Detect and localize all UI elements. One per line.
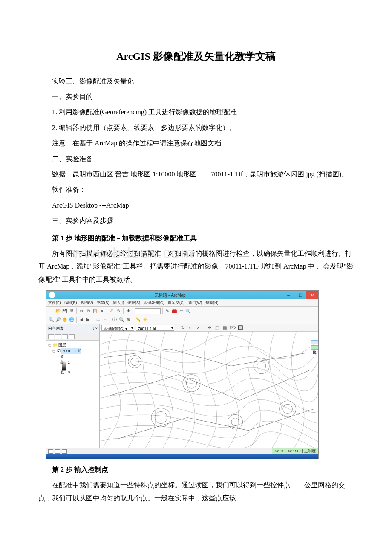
menu-customize[interactable]: 自定义(C) [168, 299, 185, 306]
zoom-out-icon[interactable]: 🔎 [55, 317, 61, 323]
menu-edit[interactable]: 编辑(E) [64, 299, 77, 306]
scale-icon[interactable]: ⤢ [195, 325, 201, 331]
app-icon [49, 292, 55, 298]
new-icon[interactable]: □ [48, 308, 54, 314]
paragraph: ArcGIS Desktop ---ArcMap [38, 199, 354, 212]
map-area: 地理配准(G) ▾ 70011-1.tif ↻ ↔ ⤢ ✛ ⬚ ▦ ⌦ 🔲 [100, 324, 318, 448]
search-tool-icon[interactable]: 🔍 [185, 308, 191, 314]
toc-panel: 内容列表 ↓ × ⊟ 📁 图层 ⊟ ☑ 70011-1.tif 值 [46, 324, 100, 448]
link-table-icon[interactable]: ▦ [222, 325, 228, 331]
editor-icon[interactable]: ✎ [164, 308, 170, 314]
maximize-button[interactable]: ☐ [294, 291, 306, 299]
paragraph: 注意：在基于 ArcMap 的操作过程中请注意保存地图文档。 [38, 137, 354, 150]
menu-view[interactable]: 视图(V) [81, 299, 93, 306]
data-view-icon[interactable] [48, 449, 53, 454]
standard-toolbar: □ 📂 💾 🖶 ✂ ⧉ 📋 ✕ ↶ ↷ ✚ ✎ 🧰 ▭ � [46, 307, 318, 315]
statusbar: 52.729 42.196 十进制度 [46, 448, 318, 454]
paragraph: 在配准中我们需要知道一些特殊点的坐标。通过读图，我们可以得到一些控件点——公里网… [38, 479, 354, 505]
prev-extent-icon[interactable]: ◀ [78, 317, 84, 323]
cut-icon[interactable]: ✂ [78, 308, 84, 314]
coordinates-readout: 52.729 42.196 十进制度 [272, 448, 318, 454]
titlebar: 无标题 - ArcMap – ☐ ✕ [46, 291, 318, 299]
search-tab[interactable]: 搜索 [311, 345, 318, 350]
next-extent-icon[interactable]: ▶ [85, 317, 91, 323]
paragraph: 数据：昆明市西山区 普吉 地形图 1:10000 地形图——70011-1.Ti… [38, 168, 354, 181]
menu-windows[interactable]: 窗口(W) [188, 299, 202, 306]
minimize-button[interactable]: – [282, 291, 294, 299]
taskbar [46, 454, 318, 459]
georef-layer-dropdown[interactable]: 70011-1.tif [136, 325, 174, 331]
toc-high-label: 高：1 [48, 360, 98, 366]
select-icon[interactable]: ▭ [95, 317, 101, 323]
layout-view-icon[interactable] [55, 449, 60, 454]
undo-icon[interactable]: ↶ [109, 308, 115, 314]
toc-tab-selection-icon[interactable] [69, 334, 75, 339]
view-mode-icons [46, 449, 69, 454]
toc-tabs [46, 333, 99, 341]
identify-icon[interactable]: ⓘ [112, 317, 118, 323]
arcmap-screenshot: 无标题 - ArcMap – ☐ ✕ 文件(F) 编辑(E) 视图(V) 书签(… [46, 290, 319, 459]
refresh-icon[interactable] [62, 449, 67, 454]
full-extent-icon[interactable]: 🌐 [69, 317, 75, 323]
zoom-in-icon[interactable]: 🔍 [48, 317, 54, 323]
save-icon[interactable]: 💾 [62, 308, 68, 314]
menu-bookmarks[interactable]: 书签(B) [97, 299, 110, 306]
copy-icon[interactable]: ⧉ [85, 308, 91, 314]
redo-icon[interactable]: ↷ [115, 308, 121, 314]
step2-heading: 第 2 步 输入控制点 [38, 463, 354, 476]
delete-link-icon[interactable]: ⌦ [230, 325, 236, 331]
auto-adjust-icon[interactable]: ⬚ [214, 325, 220, 331]
clear-select-icon[interactable]: ▫ [102, 317, 108, 323]
georef-menu[interactable]: 地理配准(G) ▾ [101, 325, 134, 331]
find-icon[interactable]: 🔍 [118, 317, 124, 323]
paragraph: 软件准备： [38, 183, 354, 196]
georeferencing-toolbar: 地理配准(G) ▾ 70011-1.tif ↻ ↔ ⤢ ✛ ⬚ ▦ ⌦ 🔲 [100, 324, 318, 332]
window-title: 无标题 - ArcMap [58, 291, 282, 299]
menu-insert[interactable]: 插入(I) [113, 299, 124, 306]
close-button[interactable]: ✕ [306, 291, 318, 299]
paragraph: 二、实验准备 [38, 153, 354, 165]
catalog-icon[interactable]: ▭ [178, 308, 184, 314]
hyperlink-icon[interactable]: ⚡ [142, 317, 148, 323]
shift-icon[interactable]: ↔ [187, 325, 193, 331]
delete-icon[interactable]: ✕ [99, 308, 105, 314]
print-icon[interactable]: 🖶 [69, 308, 75, 314]
paragraph: 所有图件扫描后都必须经过扫描配准，对扫描后的栅格图进行检查，以确保矢量化工作顺利… [38, 247, 354, 286]
menu-file[interactable]: 文件(F) [48, 299, 61, 306]
goto-xy-icon[interactable]: ⊕ [125, 317, 131, 323]
paragraph: 2. 编辑器的使用（点要素、线要素、多边形要素的数字化）。 [38, 121, 354, 134]
right-docked-tabs: 目录 搜索 [311, 340, 318, 350]
toc-pin-close[interactable]: ↓ × [92, 325, 98, 332]
open-icon[interactable]: 📂 [55, 308, 61, 314]
topographic-map-image [100, 332, 318, 448]
menu-selection[interactable]: 选择(S) [127, 299, 140, 306]
pan-icon[interactable]: ✋ [62, 317, 68, 323]
paste-icon[interactable]: 📋 [92, 308, 98, 314]
toc-root[interactable]: ⊟ 📁 图层 [48, 342, 98, 348]
toc-header: 内容列表 ↓ × [46, 324, 99, 333]
paragraph: 1. 利用影像配准(Georeferencing) 工具进行影像数据的地理配准 [38, 106, 354, 119]
catalog-tab[interactable]: 目录 [311, 340, 318, 344]
menu-help[interactable]: 帮助(H) [205, 299, 219, 306]
rotate-icon[interactable]: ↻ [180, 325, 186, 331]
measure-icon[interactable]: 📏 [135, 317, 141, 323]
window-buttons: – ☐ ✕ [282, 291, 318, 299]
tools-toolbar: 🔍 🔎 ✋ 🌐 ◀ ▶ ▭ ▫ ⓘ 🔍 ⊕ 📏 ⚡ [46, 315, 318, 324]
toc-layer[interactable]: ⊟ ☑ 70011-1.tif [48, 348, 98, 354]
scale-box[interactable] [135, 308, 161, 314]
toc-tab-visibility-icon[interactable] [62, 334, 68, 339]
page-title: ArcGIS 影像配准及矢量化教学文稿 [38, 47, 354, 66]
toc-tab-source-icon[interactable] [55, 334, 61, 339]
add-control-point-icon[interactable]: ✛ [207, 325, 213, 331]
toolbox-icon[interactable]: 🧰 [171, 308, 177, 314]
svg-rect-0 [100, 332, 318, 448]
menu-geoprocessing[interactable]: 地理处理(G) [144, 299, 164, 306]
add-data-icon[interactable]: ✚ [125, 308, 131, 314]
map-canvas[interactable]: 目录 搜索 [100, 332, 318, 448]
paragraph: 一、实验目的 [38, 90, 354, 103]
step1-heading: 第 1 步 地形图的配准－加载数据和影像配准工具 [38, 232, 354, 245]
menubar: 文件(F) 编辑(E) 视图(V) 书签(B) 插入(I) 选择(S) 地理处理… [46, 299, 318, 307]
toc-value-label: 值 [48, 354, 98, 360]
viewer-icon[interactable]: 🔲 [237, 325, 243, 331]
toc-tab-drawing-order-icon[interactable] [48, 334, 54, 339]
